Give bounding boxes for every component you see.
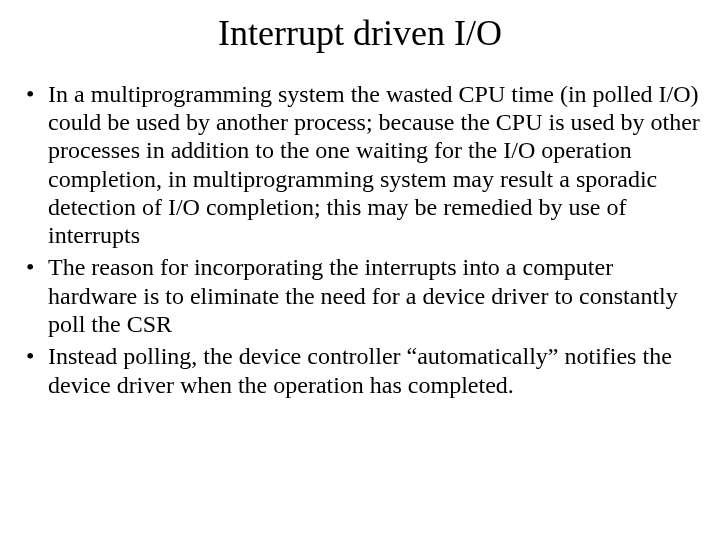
slide: Interrupt driven I/O In a multiprogrammi… <box>0 0 720 540</box>
slide-title: Interrupt driven I/O <box>18 14 702 54</box>
list-item: In a multiprogramming system the wasted … <box>48 80 702 250</box>
bullet-list: In a multiprogramming system the wasted … <box>18 80 702 399</box>
list-item: Instead polling, the device controller “… <box>48 342 702 399</box>
list-item: The reason for incorporating the interru… <box>48 253 702 338</box>
